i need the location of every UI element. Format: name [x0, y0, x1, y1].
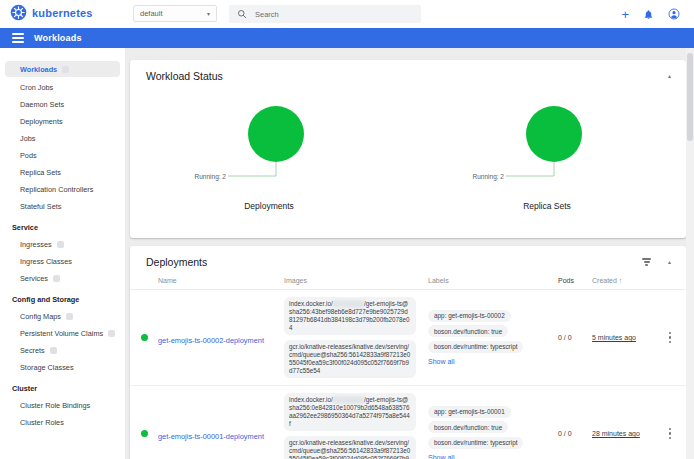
chart-label: Replica Sets — [523, 201, 571, 211]
app-bar: Workloads — [0, 28, 694, 48]
main-content: Workload Status ▲ Running: 2 Deployments… — [125, 48, 686, 459]
search-input[interactable] — [255, 10, 385, 19]
kubernetes-logo[interactable]: kubernetes — [10, 4, 93, 21]
workload-status-title: Workload Status — [146, 70, 651, 82]
sidebar-item-pods[interactable]: Pods — [0, 147, 125, 164]
pie-callout-label: Running: 2 — [473, 173, 505, 181]
deployments-title: Deployments — [146, 256, 642, 268]
sidebar-item-jobs[interactable]: Jobs — [0, 130, 125, 147]
sidebar-section-cluster: Cluster — [0, 381, 125, 397]
table-row: get-emojis-ts-00002-deployment index.doc… — [130, 290, 686, 386]
show-all-labels-link[interactable]: Show all — [428, 454, 454, 459]
pods-count: 0 / 0 — [558, 430, 592, 437]
column-header-images[interactable]: Images — [284, 277, 424, 284]
sidebar-item-replica-sets[interactable]: Replica Sets — [0, 164, 125, 181]
filter-icon[interactable] — [642, 258, 651, 265]
show-all-labels-link[interactable]: Show all — [428, 358, 454, 365]
top-bar: kubernetes default ▾ + — [0, 0, 694, 28]
sidebar-item-cron-jobs[interactable]: Cron Jobs — [0, 79, 125, 96]
sidebar-item-label: Services — [20, 274, 48, 283]
sidebar-item-ingress-classes[interactable]: Ingress Classes — [0, 253, 125, 270]
sidebar-item-label: Daemon Sets — [20, 100, 64, 109]
deployments-card: Deployments ▲ Name Images Labels Pods Cr… — [130, 246, 686, 459]
sidebar-item-label: Workloads — [20, 65, 57, 74]
collapse-card-icon[interactable]: ▲ — [667, 73, 672, 79]
sidebar-item-label: Cluster Roles — [20, 418, 64, 427]
sidebar-item-label: Stateful Sets — [20, 202, 61, 211]
sidebar-item-label: Replication Controllers — [20, 185, 93, 194]
helm-wheel-icon — [10, 4, 27, 21]
sidebar-item-cluster-role-bindings[interactable]: Cluster Role Bindings — [0, 397, 125, 414]
namespaced-badge-icon — [57, 241, 64, 248]
namespaced-badge-icon — [50, 347, 57, 354]
scrollbar-thumb[interactable] — [687, 53, 693, 141]
sidebar-item-label: Secrets — [20, 346, 45, 355]
created-timestamp: 5 minutes ago — [592, 334, 636, 341]
namespaced-badge-icon — [66, 313, 73, 320]
sidebar-item-services[interactable]: Services — [0, 270, 125, 287]
sidebar-item-label: Pods — [20, 151, 37, 160]
label-chip: boson.dev/function: true — [428, 325, 508, 337]
sidebar-item-label: Cron Jobs — [20, 83, 53, 92]
row-actions-kebab-icon[interactable] — [667, 426, 673, 441]
sidebar-item-storage-classes[interactable]: Storage Classes — [0, 359, 125, 376]
image-chip: gcr.io/knative-releases/knative.dev/serv… — [284, 436, 416, 459]
notifications-bell-icon[interactable] — [643, 9, 654, 20]
deployment-name-link[interactable]: get-emojis-ts-00002-deployment — [158, 336, 264, 345]
table-row: get-emojis-ts-00001-deployment index.doc… — [130, 386, 686, 459]
running-status-icon — [141, 430, 148, 437]
sidebar-item-secrets[interactable]: Secrets — [0, 342, 125, 359]
column-header-name[interactable]: Name — [158, 277, 284, 284]
redacted-registry-user: ▒▒▒▒▒▒▒ — [333, 396, 364, 403]
pods-count: 0 / 0 — [558, 334, 592, 341]
sidebar-item-label: Config Maps — [20, 312, 61, 321]
menu-hamburger-icon[interactable] — [12, 33, 24, 42]
sidebar-item-daemon-sets[interactable]: Daemon Sets — [0, 96, 125, 113]
namespaced-badge-icon — [53, 275, 60, 282]
namespaced-badge-icon — [108, 330, 115, 337]
collapse-card-icon[interactable]: ▲ — [667, 259, 672, 265]
column-header-labels[interactable]: Labels — [424, 277, 558, 284]
pie-callout-label: Running: 2 — [195, 173, 227, 181]
created-timestamp: 28 minutes ago — [592, 430, 640, 437]
table-header-row: Name Images Labels Pods Created ↑ — [130, 268, 686, 290]
sidebar-item-label: Deployments — [20, 117, 63, 126]
sidebar-item-replication-controllers[interactable]: Replication Controllers — [0, 181, 125, 198]
running-status-icon — [141, 334, 148, 341]
sidebar-section-service: Service — [0, 220, 125, 236]
workload-status-card: Workload Status ▲ Running: 2 Deployments… — [130, 60, 686, 238]
image-chip: gcr.io/knative-releases/knative.dev/serv… — [284, 340, 416, 378]
label-chip: boson.dev/function: true — [428, 421, 508, 433]
deployments-pie-chart: Running: 2 Deployments — [130, 102, 408, 211]
sidebar-item-label: Jobs — [20, 134, 35, 143]
sidebar-item-workloads[interactable]: Workloads — [5, 61, 120, 77]
sidebar-item-stateful-sets[interactable]: Stateful Sets — [0, 198, 125, 215]
row-actions-kebab-icon[interactable] — [667, 330, 673, 345]
column-header-created[interactable]: Created ↑ — [592, 277, 654, 284]
namespace-selector[interactable]: default ▾ — [133, 5, 217, 22]
chevron-down-icon: ▾ — [207, 10, 210, 17]
label-chip: boson.dev/runtime: typescript — [428, 341, 523, 353]
sidebar: Workloads Cron Jobs Daemon Sets Deployme… — [0, 48, 125, 459]
namespaced-badge-icon — [62, 66, 69, 73]
chart-label: Deployments — [244, 201, 294, 211]
page-scrollbar[interactable] — [686, 48, 694, 459]
image-chip: index.docker.io/▒▒▒▒▒▒▒/get-emojis-ts@sh… — [284, 297, 416, 335]
sidebar-item-label: Storage Classes — [20, 363, 74, 372]
namespace-value: default — [140, 9, 163, 18]
sidebar-item-label: Cluster Role Bindings — [20, 401, 90, 410]
sidebar-item-persistent-volume-claims[interactable]: Persistent Volume Claims — [0, 325, 125, 342]
create-resource-button[interactable]: + — [621, 8, 629, 21]
user-account-icon[interactable] — [668, 8, 680, 20]
image-chip: index.docker.io/▒▒▒▒▒▒▒/get-emojis-ts@sh… — [284, 393, 416, 431]
deployment-name-link[interactable]: get-emojis-ts-00001-deployment — [158, 432, 264, 441]
sidebar-item-cluster-roles[interactable]: Cluster Roles — [0, 414, 125, 431]
label-chip: boson.dev/runtime: typescript — [428, 437, 523, 449]
redacted-registry-user: ▒▒▒▒▒▒▒ — [333, 300, 364, 307]
sidebar-item-deployments[interactable]: Deployments — [0, 113, 125, 130]
sidebar-item-config-maps[interactable]: Config Maps — [0, 308, 125, 325]
column-header-pods[interactable]: Pods — [558, 277, 592, 284]
search-bar[interactable] — [229, 5, 421, 23]
sidebar-item-ingresses[interactable]: Ingresses — [0, 236, 125, 253]
brand-text: kubernetes — [32, 7, 93, 19]
